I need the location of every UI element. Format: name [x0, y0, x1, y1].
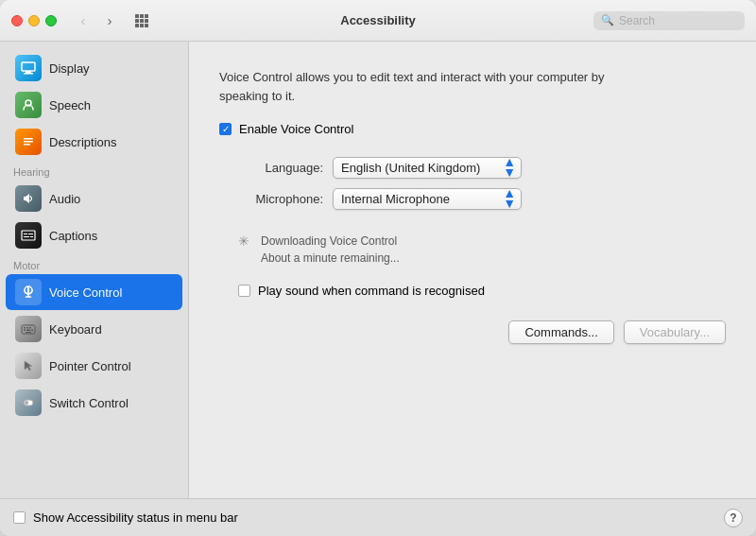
microphone-label: Microphone: — [238, 192, 323, 206]
description-text: Voice Control allows you to edit text an… — [219, 68, 616, 105]
hearing-section-label: Hearing — [0, 161, 188, 180]
downloading-line2: About a minute remaining... — [261, 250, 400, 267]
form-rows: Language: English (United Kingdom) Engli… — [238, 157, 726, 210]
spinner-icon — [238, 233, 253, 249]
close-button[interactable] — [11, 15, 23, 26]
sidebar-item-captions[interactable]: Captions — [6, 217, 182, 253]
traffic-lights — [11, 15, 57, 26]
enable-voice-control-checkbox[interactable] — [219, 123, 232, 135]
voice-control-icon — [15, 279, 42, 305]
svg-rect-28 — [29, 327, 31, 329]
audio-icon — [15, 185, 42, 212]
show-status-checkbox[interactable] — [13, 511, 26, 524]
sidebar-item-label-descriptions: Descriptions — [49, 135, 117, 149]
sidebar-item-label-captions: Captions — [49, 229, 97, 243]
pointer-control-icon — [15, 353, 42, 379]
microphone-select-wrapper: Internal Microphone Built-in Microphone … — [333, 188, 522, 210]
speech-icon — [15, 92, 42, 118]
svg-rect-10 — [26, 71, 31, 73]
sidebar-item-label-display: Display — [49, 61, 90, 76]
back-button[interactable]: ‹ — [72, 9, 94, 32]
downloading-text: Downloading Voice Control About a minute… — [261, 233, 400, 267]
show-status-row: Show Accessibility status in menu bar — [13, 510, 238, 525]
enable-voice-control-label: Enable Voice Control — [239, 122, 353, 136]
sidebar-item-keyboard[interactable]: Keyboard — [6, 311, 182, 347]
svg-rect-14 — [24, 141, 33, 143]
sidebar-item-label-switch: Switch Control — [49, 396, 129, 410]
svg-rect-31 — [31, 329, 33, 331]
grid-button[interactable] — [130, 9, 153, 32]
play-sound-label: Play sound when command is recognised — [258, 284, 485, 298]
svg-rect-8 — [145, 24, 148, 27]
svg-rect-5 — [145, 19, 148, 23]
svg-rect-26 — [24, 327, 26, 329]
svg-rect-0 — [135, 14, 139, 18]
titlebar: ‹ › Accessibility 🔍 — [0, 0, 756, 42]
svg-rect-7 — [140, 24, 144, 27]
svg-rect-2 — [145, 14, 148, 18]
language-select[interactable]: English (United Kingdom) English (United… — [333, 157, 522, 179]
language-label: Language: — [238, 161, 323, 175]
motor-section-label: Motor — [0, 254, 188, 273]
search-bar[interactable]: 🔍 — [593, 11, 745, 30]
language-row: Language: English (United Kingdom) Engli… — [238, 157, 726, 179]
svg-rect-32 — [26, 332, 31, 333]
content: Display Speech — [0, 42, 756, 498]
svg-rect-11 — [24, 73, 33, 75]
captions-icon — [15, 222, 42, 249]
window-title: Accessibility — [340, 13, 416, 27]
sidebar-item-switch-control[interactable]: Switch Control — [6, 385, 182, 421]
keyboard-icon — [15, 316, 42, 342]
bottombar: Show Accessibility status in menu bar ? — [0, 498, 756, 536]
vocabulary-button[interactable]: Vocabulary... — [624, 320, 726, 344]
svg-rect-19 — [24, 236, 29, 237]
svg-point-34 — [25, 401, 28, 405]
svg-rect-20 — [30, 236, 33, 237]
nav-buttons: ‹ › — [72, 9, 153, 32]
downloading-section: Downloading Voice Control About a minute… — [238, 233, 726, 267]
switch-control-icon — [15, 389, 42, 416]
sidebar-item-label-speech: Speech — [49, 98, 91, 112]
help-button[interactable]: ? — [724, 509, 743, 527]
forward-button[interactable]: › — [98, 9, 121, 32]
svg-rect-15 — [24, 144, 30, 146]
maximize-button[interactable] — [45, 15, 57, 26]
svg-rect-6 — [135, 24, 139, 27]
play-sound-checkbox[interactable] — [238, 285, 250, 297]
commands-button[interactable]: Commands... — [508, 320, 613, 344]
sidebar-item-audio[interactable]: Audio — [6, 181, 182, 216]
enable-voice-control-row: Enable Voice Control — [219, 122, 726, 136]
sidebar-item-label-audio: Audio — [49, 192, 80, 206]
microphone-select[interactable]: Internal Microphone Built-in Microphone … — [333, 188, 522, 210]
svg-rect-30 — [26, 329, 30, 331]
window: ‹ › Accessibility 🔍 — [0, 0, 756, 536]
sidebar: Display Speech — [0, 42, 189, 498]
sidebar-item-voice-control[interactable]: Voice Control — [6, 274, 182, 310]
svg-rect-27 — [26, 327, 28, 329]
svg-rect-1 — [140, 14, 144, 18]
sidebar-item-label-voice: Voice Control — [49, 285, 122, 300]
search-icon: 🔍 — [601, 14, 614, 26]
sidebar-item-descriptions[interactable]: Descriptions — [6, 124, 182, 160]
sidebar-item-speech[interactable]: Speech — [6, 87, 182, 123]
button-row: Commands... Vocabulary... — [219, 320, 726, 344]
svg-rect-18 — [28, 233, 33, 234]
search-input[interactable] — [619, 14, 737, 27]
main-content: Voice Control allows you to edit text an… — [189, 42, 756, 498]
language-select-wrapper: English (United Kingdom) English (United… — [333, 157, 522, 179]
svg-rect-4 — [140, 19, 144, 23]
minimize-button[interactable] — [28, 15, 40, 26]
display-icon — [15, 55, 42, 81]
svg-rect-3 — [135, 19, 139, 23]
svg-rect-17 — [24, 233, 27, 234]
sidebar-item-label-keyboard: Keyboard — [49, 322, 102, 337]
sidebar-item-display[interactable]: Display — [6, 50, 182, 86]
sidebar-item-label-pointer: Pointer Control — [49, 359, 131, 373]
show-status-label: Show Accessibility status in menu bar — [33, 510, 238, 525]
svg-rect-13 — [24, 138, 33, 140]
svg-rect-22 — [27, 286, 29, 294]
downloading-line1: Downloading Voice Control — [261, 233, 400, 250]
svg-rect-29 — [24, 329, 26, 331]
sidebar-item-pointer-control[interactable]: Pointer Control — [6, 348, 182, 384]
descriptions-icon — [15, 129, 42, 155]
